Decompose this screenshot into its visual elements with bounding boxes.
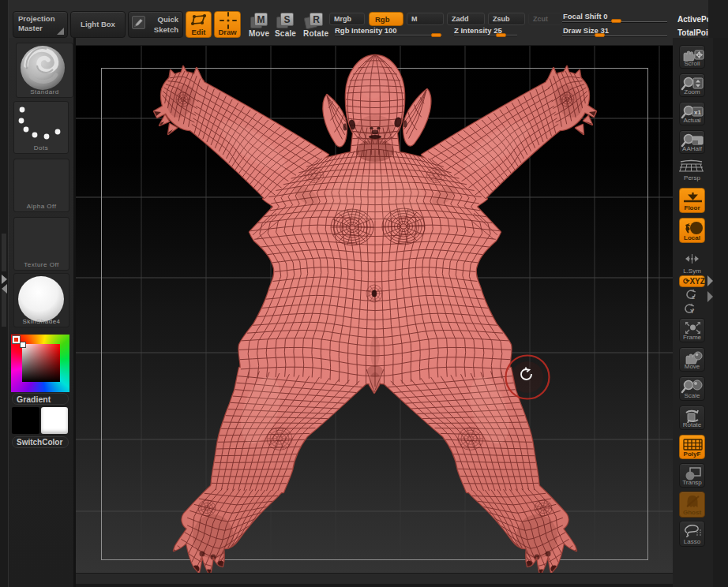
svg-text:x1: x1 — [694, 109, 701, 116]
svg-text:Y: Y — [690, 308, 695, 315]
svg-text:z: z — [692, 294, 695, 301]
